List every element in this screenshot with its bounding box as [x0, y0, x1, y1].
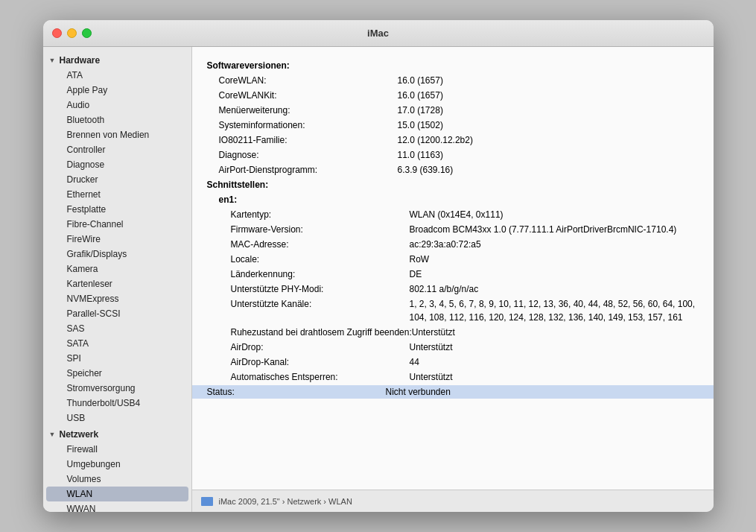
systeminformationen-value: 15.0 (1502)	[398, 118, 699, 132]
sidebar-item-speicher[interactable]: Speicher	[46, 366, 188, 381]
kartentyp-row: Kartentyp: WLAN (0x14E4, 0x111)	[207, 208, 699, 221]
airdrop-value: Unterstützt	[410, 341, 699, 354]
airport-key: AirPort-Dienstprogramm:	[219, 163, 398, 177]
sidebar-item-umgebungen[interactable]: Umgebungen	[46, 457, 188, 472]
menueerweiterung-value: 17.0 (1728)	[398, 104, 699, 117]
sidebar-item-firewire[interactable]: FireWire	[46, 232, 188, 247]
sidebar-item-drucker[interactable]: Drucker	[46, 172, 188, 187]
airdrop-kanal-value: 44	[410, 355, 699, 369]
diagnose-key: Diagnose:	[219, 148, 398, 162]
io80211-key: IO80211-Familie:	[219, 133, 398, 147]
io80211-row: IO80211-Familie: 12.0 (1200.12.2b2)	[207, 133, 699, 147]
sidebar-item-sata[interactable]: SATA	[46, 336, 188, 351]
traffic-lights	[52, 28, 92, 38]
sidebar-item-parallel-scsi[interactable]: Parallel-SCSI	[46, 306, 188, 321]
sidebar-item-fibre[interactable]: Fibre-Channel	[46, 217, 188, 232]
window-title: iMac	[367, 28, 389, 39]
sidebar-item-kartenleser[interactable]: Kartenleser	[46, 276, 188, 291]
softwareversionen-label: Softwareversionen:	[207, 59, 386, 72]
kanaele-row: Unterstützte Kanäle: 1, 2, 3, 4, 5, 6, 7…	[207, 297, 699, 324]
airdrop-kanal-key: AirDrop-Kanal:	[231, 355, 410, 369]
netzwerk-label: Netzwerk	[60, 429, 99, 440]
ruhezustand-value: Unterstützt	[412, 326, 699, 339]
corewlankit-key: CoreWLANKit:	[219, 89, 398, 102]
locale-row: Locale: RoW	[207, 253, 699, 266]
content-area: ▼ Hardware ATA Apple Pay Audio Bluetooth…	[43, 47, 714, 512]
corewlan-key: CoreWLAN:	[219, 74, 398, 87]
laenderkennung-row: Länderkennung: DE	[207, 267, 699, 281]
maximize-button[interactable]	[82, 28, 92, 38]
sidebar-item-firewall[interactable]: Firewall	[46, 442, 188, 457]
hardware-label: Hardware	[60, 55, 101, 66]
status-value: Nicht verbunden	[386, 385, 699, 399]
phymodi-key: Unterstützte PHY-Modi:	[231, 282, 410, 296]
systeminformationen-key: Systeminformationen:	[219, 118, 398, 132]
io80211-value: 12.0 (1200.12.2b2)	[398, 133, 699, 147]
sidebar-item-wlan[interactable]: WLAN	[46, 487, 188, 501]
menueerweiterung-key: Menüerweiterung:	[219, 104, 398, 117]
airdrop-key: AirDrop:	[231, 341, 410, 354]
sidebar-item-usb[interactable]: USB	[46, 411, 188, 425]
sidebar-item-applepay[interactable]: Apple Pay	[46, 83, 188, 98]
sidebar-item-ata[interactable]: ATA	[46, 68, 188, 83]
sidebar-item-ethernet[interactable]: Ethernet	[46, 187, 188, 202]
close-button[interactable]	[52, 28, 62, 38]
airport-row: AirPort-Dienstprogramm: 6.3.9 (639.16)	[207, 163, 699, 177]
status-key: Status:	[207, 385, 386, 399]
breadcrumb: iMac 2009, 21.5" › Netzwerk › WLAN	[219, 497, 352, 506]
hardware-group-header[interactable]: ▼ Hardware	[43, 53, 191, 68]
sidebar-item-kamera[interactable]: Kamera	[46, 262, 188, 276]
sidebar-item-stromversorgung[interactable]: Stromversorgung	[46, 381, 188, 396]
sidebar-item-volumes[interactable]: Volumes	[46, 472, 188, 487]
mac-key: MAC-Adresse:	[231, 238, 410, 251]
minimize-button[interactable]	[67, 28, 77, 38]
schnittstellen-header: Schnittstellen:	[207, 178, 699, 191]
firmware-row: Firmware-Version: Broadcom BCM43xx 1.0 (…	[207, 223, 699, 236]
mac-value: ac:29:3a:a0:72:a5	[410, 238, 699, 251]
en1-header: en1:	[207, 193, 699, 206]
netzwerk-group: ▼ Netzwerk Firewall Umgebungen Volumes W…	[43, 427, 191, 512]
locale-key: Locale:	[231, 253, 410, 266]
sidebar-item-sas[interactable]: SAS	[46, 321, 188, 336]
titlebar: iMac	[43, 20, 714, 47]
sidebar: ▼ Hardware ATA Apple Pay Audio Bluetooth…	[43, 47, 192, 512]
locale-value: RoW	[410, 253, 699, 266]
airport-value: 6.3.9 (639.16)	[398, 163, 699, 177]
entsperren-value: Unterstützt	[410, 370, 699, 384]
entsperren-row: Automatisches Entsperren: Unterstützt	[207, 370, 699, 384]
sidebar-item-controller[interactable]: Controller	[46, 142, 188, 157]
menueerweiterung-row: Menüerweiterung: 17.0 (1728)	[207, 104, 699, 117]
sidebar-item-spi[interactable]: SPI	[46, 351, 188, 366]
systeminformationen-row: Systeminformationen: 15.0 (1502)	[207, 118, 699, 132]
netzwerk-triangle: ▼	[49, 431, 57, 438]
corewlankit-row: CoreWLANKit: 16.0 (1657)	[207, 89, 699, 102]
entsperren-key: Automatisches Entsperren:	[231, 370, 410, 384]
sidebar-item-thunderbolt[interactable]: Thunderbolt/USB4	[46, 396, 188, 411]
main-content: Softwareversionen: CoreWLAN: 16.0 (1657)…	[192, 47, 714, 512]
main-window: iMac ▼ Hardware ATA Apple Pay Audio Blue…	[43, 20, 714, 512]
netzwerk-group-header[interactable]: ▼ Netzwerk	[43, 427, 191, 442]
diagnose-row: Diagnose: 11.0 (1163)	[207, 148, 699, 162]
laenderkennung-key: Länderkennung:	[231, 267, 410, 281]
detail-area: Softwareversionen: CoreWLAN: 16.0 (1657)…	[192, 47, 714, 490]
sidebar-item-brennen[interactable]: Brennen von Medien	[46, 127, 188, 142]
corewlan-value: 16.0 (1657)	[398, 74, 699, 87]
corewlan-row: CoreWLAN: 16.0 (1657)	[207, 74, 699, 87]
airdrop-row: AirDrop: Unterstützt	[207, 341, 699, 354]
laenderkennung-value: DE	[410, 267, 699, 281]
sidebar-item-diagnose[interactable]: Diagnose	[46, 157, 188, 172]
sidebar-item-festplatte[interactable]: Festplatte	[46, 202, 188, 217]
diagnose-value: 11.0 (1163)	[398, 148, 699, 162]
sidebar-item-audio[interactable]: Audio	[46, 98, 188, 113]
sidebar-item-nvme[interactable]: NVMExpress	[46, 291, 188, 306]
sidebar-item-bluetooth[interactable]: Bluetooth	[46, 113, 188, 127]
ruhezustand-key: Ruhezustand bei drahtlosem Zugriff beend…	[231, 326, 412, 339]
firmware-value: Broadcom BCM43xx 1.0 (7.77.111.1 AirPort…	[410, 223, 699, 236]
kanaele-value: 1, 2, 3, 4, 5, 6, 7, 8, 9, 10, 11, 12, 1…	[410, 297, 699, 324]
sidebar-item-wwan[interactable]: WWAN	[46, 501, 188, 512]
statusbar: iMac 2009, 21.5" › Netzwerk › WLAN	[192, 490, 714, 512]
sidebar-item-grafik[interactable]: Grafik/Displays	[46, 247, 188, 262]
softwareversionen-header: Softwareversionen:	[207, 59, 699, 72]
monitor-icon	[201, 497, 213, 506]
corewlankit-value: 16.0 (1657)	[398, 89, 699, 102]
